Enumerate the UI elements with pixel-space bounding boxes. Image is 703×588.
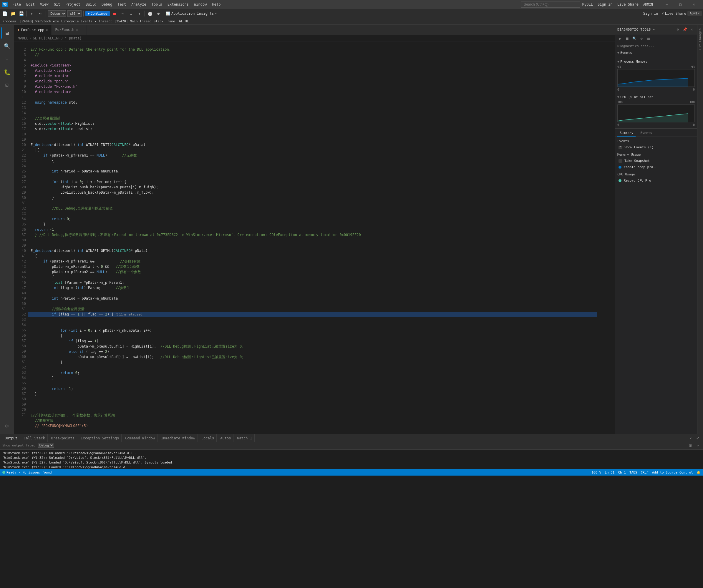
menu-debug[interactable]: Debug xyxy=(99,0,114,9)
exception-settings-tab[interactable]: Exception Settings xyxy=(78,434,122,442)
menu-git[interactable]: Git xyxy=(52,0,63,9)
live-share-button[interactable]: Live Share xyxy=(617,2,638,6)
close-button[interactable]: ✕ xyxy=(687,0,701,9)
sign-in-button[interactable]: Sign in xyxy=(595,2,615,7)
breakpoints-tab[interactable]: Breakpoints xyxy=(49,434,77,442)
redo-button[interactable]: ↪ xyxy=(37,10,44,17)
lifecycle-events-button[interactable]: Lifecycle Events ▾ xyxy=(61,19,96,23)
zoom-label[interactable]: 100 % xyxy=(592,471,601,475)
events-tab[interactable]: Events xyxy=(638,130,654,137)
menu-edit[interactable]: Edit xyxy=(24,0,37,9)
summary-tab[interactable]: Summary xyxy=(617,130,636,137)
diag-icon-3[interactable]: 🔍 xyxy=(631,35,637,41)
output-clear-icon[interactable]: 🗑 xyxy=(688,442,694,448)
notifications-icon[interactable]: 🔔 xyxy=(697,471,701,475)
pin-icon[interactable]: 📌 xyxy=(682,26,688,32)
tab-foxfunc-cpp[interactable]: ● FoxFunc.cpp ✕ xyxy=(14,25,52,35)
extensions-icon[interactable]: ⊡ xyxy=(1,79,13,91)
code-content[interactable]: E// FoxFunc.cpp : Defines the entry poin… xyxy=(28,41,597,434)
application-insights-button[interactable]: 📊 Application Insights ▾ xyxy=(166,11,217,16)
continue-button[interactable]: ▶ Continue xyxy=(85,11,110,16)
breakpoint-button[interactable]: ⬤ xyxy=(147,10,154,17)
toolbar-separator-4 xyxy=(145,11,145,16)
stop-button[interactable]: ■ xyxy=(111,10,118,17)
indent-label[interactable]: TABS xyxy=(629,471,637,475)
debug-config-select[interactable]: Debug xyxy=(48,10,66,17)
menu-test[interactable]: Test xyxy=(115,0,128,9)
output-source-select[interactable]: Debug xyxy=(38,443,54,448)
step-out-button[interactable]: ↑ xyxy=(136,10,143,17)
bottom-close-icon[interactable]: ✕ xyxy=(688,435,694,441)
output-wrap-icon[interactable]: ↵ xyxy=(695,442,701,448)
breadcrumb-scope-right[interactable]: GETHL(CALCINFO * pData) xyxy=(33,36,82,40)
menu-analyze[interactable]: Analyze xyxy=(129,0,149,9)
save-button[interactable]: 💾 xyxy=(18,10,25,17)
menu-project[interactable]: Project xyxy=(63,0,83,9)
encoding-label[interactable]: CRLF xyxy=(641,471,648,475)
source-control-icon[interactable]: ⑂ xyxy=(1,53,13,65)
tab-h-close-icon[interactable]: ✕ xyxy=(76,28,78,31)
maximize-button[interactable]: □ xyxy=(674,0,687,9)
undo-button[interactable]: ↩ xyxy=(28,10,35,17)
search-input[interactable] xyxy=(521,1,580,8)
search-activity-icon[interactable]: 🔍 xyxy=(1,40,13,52)
cpu-values: 100 100 xyxy=(617,101,695,104)
menu-window[interactable]: Window xyxy=(191,0,209,9)
diag-icon-1[interactable]: ▶ xyxy=(617,35,623,41)
open-folder-button[interactable]: 📁 xyxy=(9,10,16,17)
signin-label[interactable]: Sign in xyxy=(641,11,660,16)
admin-button[interactable]: ADMIN xyxy=(641,2,655,7)
no-issues-label[interactable]: ✓ No issues found xyxy=(18,471,52,475)
ln-label[interactable]: Ln 51 xyxy=(605,471,614,475)
arch-select[interactable]: x86 xyxy=(67,10,82,17)
code-editor[interactable]: 12345 678910 1112131415 1617181920 21222… xyxy=(14,41,615,434)
git-changes-tab[interactable]: Git Changes xyxy=(697,26,703,52)
app-insights-label: Application Insights xyxy=(171,11,214,16)
command-window-tab[interactable]: Command Window xyxy=(123,434,157,442)
autos-tab[interactable]: Autos xyxy=(218,434,233,442)
watch1-tab[interactable]: Watch 1 xyxy=(235,434,255,442)
breadcrumb-scope-left[interactable]: MyDLL xyxy=(18,36,28,40)
settings-panel-icon[interactable]: ⚙ xyxy=(675,26,681,32)
output-tab[interactable]: Output xyxy=(2,434,20,442)
tab-close-icon[interactable]: ✕ xyxy=(46,28,48,31)
menu-help[interactable]: Help xyxy=(210,0,223,9)
col-label[interactable]: Ch 1 xyxy=(618,471,626,475)
record-cpu-button[interactable]: Record CPU Pro xyxy=(615,177,697,184)
locals-tab[interactable]: Locals xyxy=(199,434,217,442)
bottom-expand-icon[interactable]: ⤢ xyxy=(695,435,701,441)
enable-heap-button[interactable]: Enable heap pro... xyxy=(615,164,697,170)
editor-area: ⊞ 🔍 ⑂ 🐛 ⊡ ⚙ ● FoxFunc.cpp ✕ FoxFunc.h ✕ … xyxy=(0,25,703,434)
settings-icon[interactable]: ⚙ xyxy=(1,420,13,431)
menu-extensions[interactable]: Extensions xyxy=(165,0,191,9)
new-breakpoint-button[interactable]: ⊕ xyxy=(155,10,162,17)
live-share-header-button[interactable]: ⚡ Live Share xyxy=(661,11,686,16)
bottom-panel: Output Call Stack Breakpoints Exception … xyxy=(0,434,703,469)
cpu-expand-icon[interactable]: ▼ xyxy=(617,95,619,99)
step-into-button[interactable]: ↓ xyxy=(128,10,135,17)
memory-expand-icon[interactable]: ▼ xyxy=(617,60,619,63)
show-events-button[interactable]: ☰ Show Events (1) xyxy=(615,144,697,150)
title-bar-right: MyDLL Sign in Live Share ADMIN xyxy=(582,2,655,7)
diag-icon-5[interactable]: ☰ xyxy=(646,35,651,41)
menu-view[interactable]: View xyxy=(38,0,51,9)
take-snapshot-button[interactable]: Take Snapshot xyxy=(615,158,697,164)
admin-label[interactable]: ADMIN xyxy=(687,11,702,16)
diag-icon-2[interactable]: ⏹ xyxy=(624,35,630,41)
explorer-icon[interactable]: ⊞ xyxy=(1,27,13,39)
menu-tools[interactable]: Tools xyxy=(149,0,165,9)
call-stack-tab[interactable]: Call Stack xyxy=(21,434,48,442)
immediate-window-tab[interactable]: Immediate Window xyxy=(159,434,198,442)
step-over-button[interactable]: ↷ xyxy=(119,10,126,17)
minimize-button[interactable]: ─ xyxy=(660,0,674,9)
menu-file[interactable]: File xyxy=(10,0,23,9)
tab-foxfunc-h[interactable]: FoxFunc.h ✕ xyxy=(52,25,87,35)
events-expand-icon[interactable]: ▼ xyxy=(617,51,619,55)
add-source-control-button[interactable]: Add to Source Control xyxy=(652,471,693,475)
new-file-button[interactable]: 📄 xyxy=(1,10,8,17)
close-panel-icon[interactable]: ✕ xyxy=(689,26,695,32)
menu-build[interactable]: Build xyxy=(83,0,99,9)
show-output-from-label: Show output from: xyxy=(2,443,35,447)
debug-activity-icon[interactable]: 🐛 xyxy=(1,66,13,78)
diag-icon-4[interactable]: ⚙ xyxy=(638,35,644,41)
